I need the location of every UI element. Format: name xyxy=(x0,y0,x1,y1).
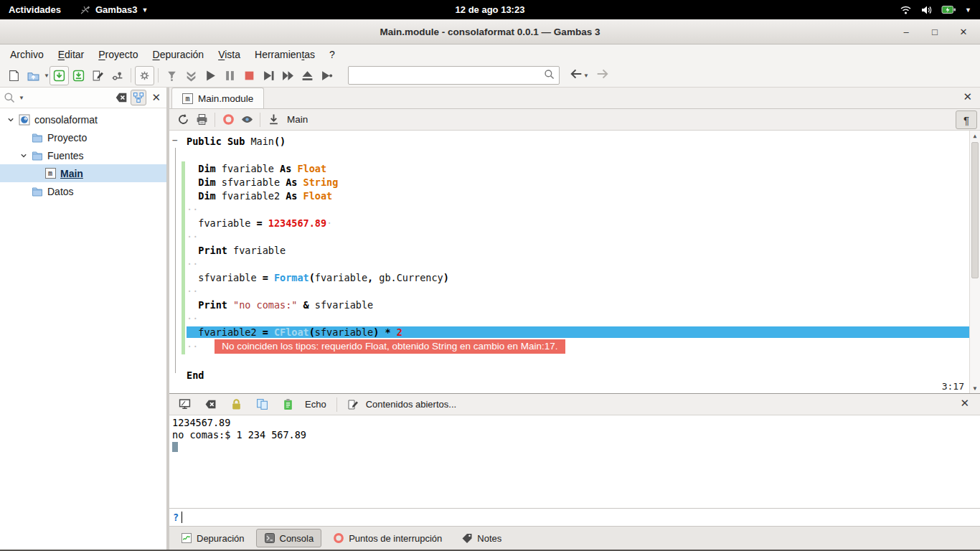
paste-button[interactable] xyxy=(278,395,298,414)
tree-item-main[interactable]: mMain xyxy=(0,164,166,182)
search-input[interactable] xyxy=(349,67,544,84)
reload-button[interactable] xyxy=(174,110,192,128)
terminal-button[interactable] xyxy=(175,395,194,414)
save-button[interactable] xyxy=(50,66,69,85)
menu-vista[interactable]: Vista xyxy=(211,47,248,62)
close-button[interactable]: ✕ xyxy=(954,27,973,37)
lock-button[interactable] xyxy=(227,395,246,414)
tree-label: Fuentes xyxy=(47,150,84,161)
save-all-button[interactable] xyxy=(69,66,88,85)
tab-main-module[interactable]: m Main.module xyxy=(171,88,264,108)
back-button[interactable]: ▼ xyxy=(570,67,589,83)
copy-button[interactable] xyxy=(253,395,272,414)
code-line[interactable]: Dim fvariable2 As Float xyxy=(169,189,980,202)
scope-selector[interactable]: Main xyxy=(287,114,308,125)
clear-filter-icon[interactable] xyxy=(115,91,128,104)
tree-item-datos[interactable]: Datos xyxy=(0,182,166,200)
tree-item-consolaformat[interactable]: consolaformat xyxy=(0,110,166,128)
properties-button[interactable] xyxy=(135,66,154,85)
code-line[interactable]: Print fvariable xyxy=(169,243,980,257)
breakpoint-button[interactable] xyxy=(219,110,237,128)
expander-icon[interactable] xyxy=(4,116,17,123)
open-project-button[interactable] xyxy=(24,66,43,85)
tab-console[interactable]: Consola xyxy=(256,529,322,547)
search-box[interactable] xyxy=(348,66,560,85)
scroll-up-icon[interactable]: ▲ xyxy=(970,131,980,141)
caret-down-icon[interactable]: ▼ xyxy=(44,72,50,79)
code-line[interactable]: −Public Sub Main() xyxy=(169,134,980,148)
tab-breakpoints[interactable]: Puntos de interrupción xyxy=(325,529,450,547)
minimize-button[interactable]: – xyxy=(897,27,915,37)
window-titlebar[interactable]: Main.module - consolaformat 0.0.1 — Gamb… xyxy=(0,19,980,44)
close-panel-icon[interactable]: ✕ xyxy=(149,91,163,104)
maximize-button[interactable]: □ xyxy=(925,27,944,37)
code-line[interactable]: fvariable2 = CFloat(sfvariable) * 2 xyxy=(169,325,980,339)
tab-label: Notes xyxy=(477,533,501,544)
edit-doc-icon[interactable] xyxy=(347,399,359,410)
code-line[interactable]: fvariable = 1234567.89· xyxy=(169,216,980,230)
echo-label[interactable]: Echo xyxy=(305,399,326,410)
fold-marker[interactable]: − xyxy=(172,135,178,146)
app-menu-button[interactable]: Gambas3 ▼ xyxy=(80,4,148,16)
tree-view-toggle[interactable] xyxy=(131,90,146,105)
code-line[interactable]: Dim sfvariable As String xyxy=(169,175,980,189)
code-line[interactable]: ·· xyxy=(169,202,980,216)
code-line[interactable]: sfvariable = Format(fvariable, gb.Curren… xyxy=(169,270,980,284)
open-contents-label[interactable]: Contenidos abiertos... xyxy=(366,399,456,410)
edit-button[interactable] xyxy=(88,66,108,85)
menu-archivo[interactable]: Archivo xyxy=(3,47,51,62)
watch-button[interactable] xyxy=(237,110,256,128)
console-output[interactable]: 1234567.89no comas:$ 1 234 567.89 xyxy=(169,415,980,508)
tree-item-fuentes[interactable]: Fuentes xyxy=(0,146,166,164)
pause-button[interactable] xyxy=(220,66,240,85)
new-file-button[interactable] xyxy=(4,66,24,85)
pause-icon xyxy=(224,70,236,82)
console-input-line[interactable]: ? xyxy=(169,508,980,526)
run-button[interactable] xyxy=(201,66,220,85)
step-out-button[interactable] xyxy=(298,66,317,85)
menu-?[interactable]: ? xyxy=(322,47,342,62)
compile-button[interactable] xyxy=(162,66,182,85)
step-into-button[interactable] xyxy=(259,66,278,85)
activities-button[interactable]: Actividades xyxy=(9,4,61,15)
code-line[interactable]: Print "no comas:" & sfvariable xyxy=(169,298,980,311)
console-line: 1234567.89 xyxy=(172,417,977,429)
tree-item-proyecto[interactable]: Proyecto xyxy=(0,128,166,146)
menu-depuracin[interactable]: Depuración xyxy=(146,47,212,62)
goto-button[interactable] xyxy=(264,110,283,128)
tab-notes[interactable]: Notes xyxy=(453,529,509,547)
compile-all-button[interactable] xyxy=(182,66,201,85)
stop-button[interactable] xyxy=(240,66,259,85)
expander-icon[interactable] xyxy=(17,152,30,159)
code-line[interactable]: ·· xyxy=(169,230,980,243)
tab-debug[interactable]: Depuración xyxy=(173,529,253,547)
scrollbar-thumb[interactable] xyxy=(971,142,979,278)
notes-tab-icon xyxy=(461,532,473,544)
step-over-button[interactable] xyxy=(278,66,298,85)
print-button[interactable] xyxy=(192,110,211,128)
system-status-area[interactable]: ▼ xyxy=(900,5,971,15)
code-line[interactable]: ·· xyxy=(169,284,980,298)
code-line[interactable]: Dim fvariable As Float xyxy=(169,161,980,175)
code-line[interactable] xyxy=(169,354,980,368)
code-line-error[interactable]: ··No coinciden los tipos: requerido Floa… xyxy=(169,339,980,354)
code-line[interactable]: ·· xyxy=(169,311,980,325)
clear-button[interactable] xyxy=(201,395,220,414)
forward-button[interactable] xyxy=(596,67,609,83)
menu-proyecto[interactable]: Proyecto xyxy=(91,47,145,62)
menu-editar[interactable]: Editar xyxy=(51,47,92,62)
scroll-down-icon[interactable]: ▼ xyxy=(970,383,980,393)
menu-herramientas[interactable]: Herramientas xyxy=(248,47,322,62)
code-line[interactable]: End xyxy=(169,368,980,382)
editor-scrollbar[interactable]: ▲ ▼ xyxy=(969,131,980,393)
show-whitespace-button[interactable]: ¶ xyxy=(956,110,977,129)
code-editor[interactable]: −Public Sub Main() Dim fvariable As Floa… xyxy=(169,131,980,393)
code-line[interactable] xyxy=(169,148,980,161)
run-until-button[interactable] xyxy=(317,66,336,85)
commit-button[interactable] xyxy=(108,66,127,85)
close-console-icon[interactable]: ✕ xyxy=(958,397,971,410)
change-bar xyxy=(182,339,185,354)
new-file-icon xyxy=(8,70,20,82)
code-line[interactable]: ·· xyxy=(169,257,980,270)
close-tab-icon[interactable]: ✕ xyxy=(961,90,974,103)
